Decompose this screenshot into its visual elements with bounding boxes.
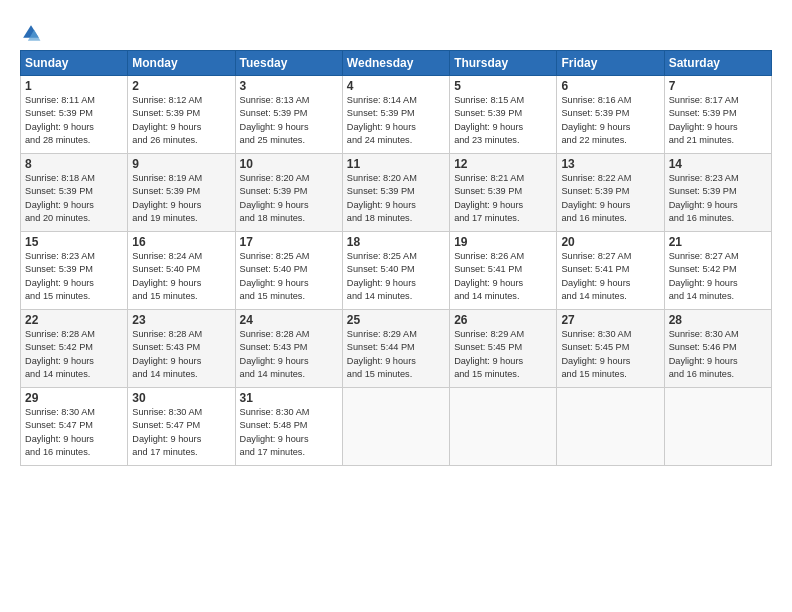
day-info: Sunrise: 8:27 AM Sunset: 5:41 PM Dayligh…	[561, 250, 659, 303]
day-info: Sunrise: 8:28 AM Sunset: 5:43 PM Dayligh…	[132, 328, 230, 381]
week-row-1: 1 Sunrise: 8:11 AM Sunset: 5:39 PM Dayli…	[21, 76, 772, 154]
calendar-cell: 19 Sunrise: 8:26 AM Sunset: 5:41 PM Dayl…	[450, 232, 557, 310]
page: SundayMondayTuesdayWednesdayThursdayFrid…	[0, 0, 792, 612]
day-info: Sunrise: 8:24 AM Sunset: 5:40 PM Dayligh…	[132, 250, 230, 303]
weekday-header-tuesday: Tuesday	[235, 51, 342, 76]
day-info: Sunrise: 8:20 AM Sunset: 5:39 PM Dayligh…	[240, 172, 338, 225]
day-number: 9	[132, 157, 230, 171]
day-info: Sunrise: 8:27 AM Sunset: 5:42 PM Dayligh…	[669, 250, 767, 303]
day-info: Sunrise: 8:12 AM Sunset: 5:39 PM Dayligh…	[132, 94, 230, 147]
day-info: Sunrise: 8:23 AM Sunset: 5:39 PM Dayligh…	[669, 172, 767, 225]
calendar-cell	[450, 388, 557, 466]
calendar-cell: 14 Sunrise: 8:23 AM Sunset: 5:39 PM Dayl…	[664, 154, 771, 232]
day-number: 15	[25, 235, 123, 249]
calendar-cell: 22 Sunrise: 8:28 AM Sunset: 5:42 PM Dayl…	[21, 310, 128, 388]
calendar-cell: 4 Sunrise: 8:14 AM Sunset: 5:39 PM Dayli…	[342, 76, 449, 154]
calendar-cell: 23 Sunrise: 8:28 AM Sunset: 5:43 PM Dayl…	[128, 310, 235, 388]
day-info: Sunrise: 8:14 AM Sunset: 5:39 PM Dayligh…	[347, 94, 445, 147]
day-number: 21	[669, 235, 767, 249]
calendar-cell: 2 Sunrise: 8:12 AM Sunset: 5:39 PM Dayli…	[128, 76, 235, 154]
calendar-cell: 15 Sunrise: 8:23 AM Sunset: 5:39 PM Dayl…	[21, 232, 128, 310]
day-info: Sunrise: 8:22 AM Sunset: 5:39 PM Dayligh…	[561, 172, 659, 225]
calendar-cell: 25 Sunrise: 8:29 AM Sunset: 5:44 PM Dayl…	[342, 310, 449, 388]
calendar-cell: 18 Sunrise: 8:25 AM Sunset: 5:40 PM Dayl…	[342, 232, 449, 310]
day-number: 7	[669, 79, 767, 93]
day-info: Sunrise: 8:30 AM Sunset: 5:47 PM Dayligh…	[132, 406, 230, 459]
day-info: Sunrise: 8:16 AM Sunset: 5:39 PM Dayligh…	[561, 94, 659, 147]
day-number: 16	[132, 235, 230, 249]
header	[20, 18, 772, 44]
calendar-cell: 29 Sunrise: 8:30 AM Sunset: 5:47 PM Dayl…	[21, 388, 128, 466]
calendar-cell: 28 Sunrise: 8:30 AM Sunset: 5:46 PM Dayl…	[664, 310, 771, 388]
day-info: Sunrise: 8:30 AM Sunset: 5:47 PM Dayligh…	[25, 406, 123, 459]
day-number: 29	[25, 391, 123, 405]
day-info: Sunrise: 8:23 AM Sunset: 5:39 PM Dayligh…	[25, 250, 123, 303]
day-info: Sunrise: 8:29 AM Sunset: 5:45 PM Dayligh…	[454, 328, 552, 381]
day-info: Sunrise: 8:25 AM Sunset: 5:40 PM Dayligh…	[240, 250, 338, 303]
day-number: 5	[454, 79, 552, 93]
calendar-cell: 30 Sunrise: 8:30 AM Sunset: 5:47 PM Dayl…	[128, 388, 235, 466]
calendar-cell: 6 Sunrise: 8:16 AM Sunset: 5:39 PM Dayli…	[557, 76, 664, 154]
day-info: Sunrise: 8:25 AM Sunset: 5:40 PM Dayligh…	[347, 250, 445, 303]
calendar-cell: 20 Sunrise: 8:27 AM Sunset: 5:41 PM Dayl…	[557, 232, 664, 310]
day-number: 14	[669, 157, 767, 171]
day-number: 28	[669, 313, 767, 327]
day-number: 17	[240, 235, 338, 249]
weekday-header-thursday: Thursday	[450, 51, 557, 76]
day-number: 27	[561, 313, 659, 327]
day-info: Sunrise: 8:19 AM Sunset: 5:39 PM Dayligh…	[132, 172, 230, 225]
calendar-cell: 17 Sunrise: 8:25 AM Sunset: 5:40 PM Dayl…	[235, 232, 342, 310]
day-number: 3	[240, 79, 338, 93]
weekday-header-wednesday: Wednesday	[342, 51, 449, 76]
calendar-cell: 16 Sunrise: 8:24 AM Sunset: 5:40 PM Dayl…	[128, 232, 235, 310]
day-number: 2	[132, 79, 230, 93]
day-info: Sunrise: 8:11 AM Sunset: 5:39 PM Dayligh…	[25, 94, 123, 147]
day-number: 25	[347, 313, 445, 327]
calendar-cell: 13 Sunrise: 8:22 AM Sunset: 5:39 PM Dayl…	[557, 154, 664, 232]
day-info: Sunrise: 8:30 AM Sunset: 5:45 PM Dayligh…	[561, 328, 659, 381]
day-number: 23	[132, 313, 230, 327]
day-number: 26	[454, 313, 552, 327]
calendar-cell: 11 Sunrise: 8:20 AM Sunset: 5:39 PM Dayl…	[342, 154, 449, 232]
day-info: Sunrise: 8:30 AM Sunset: 5:46 PM Dayligh…	[669, 328, 767, 381]
day-number: 4	[347, 79, 445, 93]
day-number: 31	[240, 391, 338, 405]
day-info: Sunrise: 8:18 AM Sunset: 5:39 PM Dayligh…	[25, 172, 123, 225]
day-number: 11	[347, 157, 445, 171]
day-info: Sunrise: 8:28 AM Sunset: 5:43 PM Dayligh…	[240, 328, 338, 381]
calendar-cell: 3 Sunrise: 8:13 AM Sunset: 5:39 PM Dayli…	[235, 76, 342, 154]
calendar-table: SundayMondayTuesdayWednesdayThursdayFrid…	[20, 50, 772, 466]
calendar-cell: 21 Sunrise: 8:27 AM Sunset: 5:42 PM Dayl…	[664, 232, 771, 310]
weekday-header-row: SundayMondayTuesdayWednesdayThursdayFrid…	[21, 51, 772, 76]
day-number: 8	[25, 157, 123, 171]
weekday-header-monday: Monday	[128, 51, 235, 76]
calendar-cell: 10 Sunrise: 8:20 AM Sunset: 5:39 PM Dayl…	[235, 154, 342, 232]
calendar-cell: 12 Sunrise: 8:21 AM Sunset: 5:39 PM Dayl…	[450, 154, 557, 232]
week-row-2: 8 Sunrise: 8:18 AM Sunset: 5:39 PM Dayli…	[21, 154, 772, 232]
day-number: 30	[132, 391, 230, 405]
weekday-header-sunday: Sunday	[21, 51, 128, 76]
day-info: Sunrise: 8:15 AM Sunset: 5:39 PM Dayligh…	[454, 94, 552, 147]
day-number: 20	[561, 235, 659, 249]
week-row-3: 15 Sunrise: 8:23 AM Sunset: 5:39 PM Dayl…	[21, 232, 772, 310]
week-row-4: 22 Sunrise: 8:28 AM Sunset: 5:42 PM Dayl…	[21, 310, 772, 388]
day-number: 24	[240, 313, 338, 327]
calendar-cell: 9 Sunrise: 8:19 AM Sunset: 5:39 PM Dayli…	[128, 154, 235, 232]
day-number: 18	[347, 235, 445, 249]
calendar-cell: 7 Sunrise: 8:17 AM Sunset: 5:39 PM Dayli…	[664, 76, 771, 154]
day-info: Sunrise: 8:20 AM Sunset: 5:39 PM Dayligh…	[347, 172, 445, 225]
day-number: 10	[240, 157, 338, 171]
calendar-cell	[557, 388, 664, 466]
day-info: Sunrise: 8:21 AM Sunset: 5:39 PM Dayligh…	[454, 172, 552, 225]
day-number: 19	[454, 235, 552, 249]
day-info: Sunrise: 8:29 AM Sunset: 5:44 PM Dayligh…	[347, 328, 445, 381]
day-info: Sunrise: 8:28 AM Sunset: 5:42 PM Dayligh…	[25, 328, 123, 381]
calendar-cell: 5 Sunrise: 8:15 AM Sunset: 5:39 PM Dayli…	[450, 76, 557, 154]
weekday-header-friday: Friday	[557, 51, 664, 76]
day-info: Sunrise: 8:13 AM Sunset: 5:39 PM Dayligh…	[240, 94, 338, 147]
day-number: 1	[25, 79, 123, 93]
day-number: 22	[25, 313, 123, 327]
day-info: Sunrise: 8:30 AM Sunset: 5:48 PM Dayligh…	[240, 406, 338, 459]
calendar-cell: 27 Sunrise: 8:30 AM Sunset: 5:45 PM Dayl…	[557, 310, 664, 388]
day-info: Sunrise: 8:26 AM Sunset: 5:41 PM Dayligh…	[454, 250, 552, 303]
